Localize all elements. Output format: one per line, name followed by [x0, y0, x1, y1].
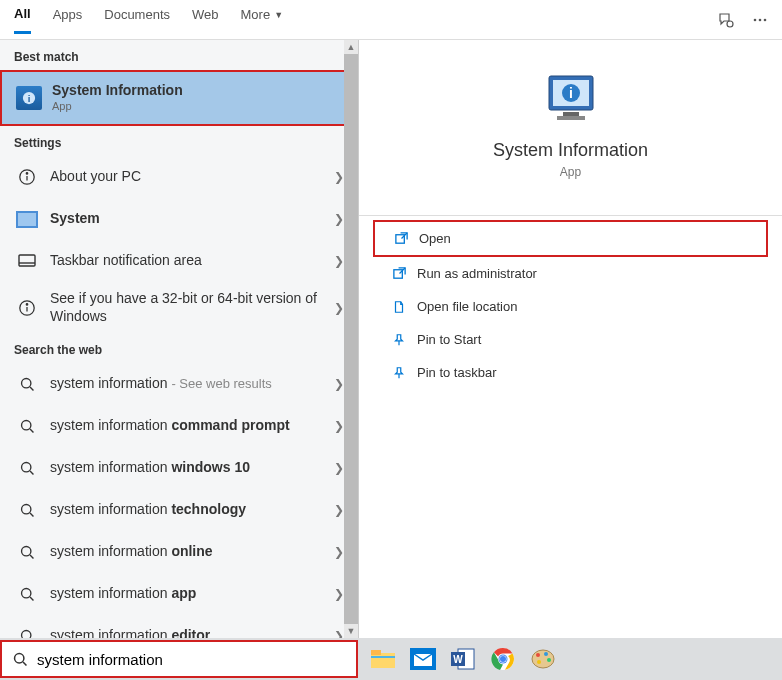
action-pin-start[interactable]: Pin to Start [373, 323, 768, 356]
svg-point-18 [21, 462, 30, 471]
search-icon [12, 651, 29, 668]
best-match-result[interactable]: i System Information App [0, 70, 358, 126]
result-label: system information [50, 417, 171, 433]
svg-point-0 [727, 21, 733, 27]
tab-all[interactable]: All [14, 6, 31, 34]
svg-text:i: i [569, 85, 573, 101]
search-icon [14, 371, 40, 397]
svg-rect-9 [19, 255, 35, 266]
svg-point-20 [21, 504, 30, 513]
result-label: See if you have a 32-bit or 64-bit versi… [50, 290, 334, 325]
search-input[interactable] [37, 651, 346, 668]
section-search-web: Search the web [0, 333, 358, 363]
svg-point-52 [536, 653, 540, 657]
result-label: system information [50, 501, 171, 517]
taskbar: W [0, 638, 782, 680]
result-label: Taskbar notification area [50, 252, 334, 270]
taskbar-file-explorer[interactable] [366, 642, 400, 676]
svg-text:W: W [453, 654, 463, 665]
tab-documents[interactable]: Documents [104, 7, 170, 32]
taskbar-word[interactable]: W [446, 642, 480, 676]
chevron-right-icon: ❯ [334, 461, 344, 475]
settings-32-64-bit[interactable]: See if you have a 32-bit or 64-bit versi… [0, 282, 358, 333]
tab-more[interactable]: More ▼ [241, 7, 284, 32]
result-suffix: command prompt [171, 417, 289, 433]
svg-point-3 [764, 18, 767, 21]
web-result-4[interactable]: system information online ❯ [0, 531, 358, 573]
action-open[interactable]: Open [373, 220, 768, 257]
action-label: Pin to Start [417, 332, 481, 347]
results-panel: Best match i System Information App Sett… [0, 40, 358, 638]
settings-system[interactable]: System ❯ [0, 198, 358, 240]
monitor-icon [14, 206, 40, 232]
taskbar-paint[interactable] [526, 642, 560, 676]
search-tabs-bar: All Apps Documents Web More ▼ [0, 0, 782, 40]
folder-icon [387, 300, 411, 314]
result-label: System [50, 210, 334, 228]
action-open-location[interactable]: Open file location [373, 290, 768, 323]
chevron-right-icon: ❯ [334, 212, 344, 226]
chevron-right-icon: ❯ [334, 629, 344, 638]
result-label: system information [50, 459, 171, 475]
svg-text:i: i [28, 93, 31, 104]
result-label: system information [50, 627, 171, 638]
svg-point-38 [15, 653, 24, 662]
svg-point-53 [544, 652, 548, 656]
divider [359, 215, 782, 216]
result-tail: See web results [179, 376, 272, 391]
web-result-2[interactable]: system information windows 10 ❯ [0, 447, 358, 489]
search-icon [14, 413, 40, 439]
chevron-right-icon: ❯ [334, 170, 344, 184]
result-label: system information [50, 585, 171, 601]
svg-point-2 [759, 18, 762, 21]
search-icon [14, 539, 40, 565]
scrollbar[interactable]: ▲ ▼ [344, 40, 358, 638]
web-result-3[interactable]: system information technology ❯ [0, 489, 358, 531]
taskbar-search[interactable] [0, 640, 358, 678]
svg-point-54 [547, 658, 551, 662]
svg-rect-41 [371, 650, 381, 655]
best-match-subtitle: App [52, 100, 342, 114]
tab-more-label: More [241, 7, 271, 22]
info-icon [14, 164, 40, 190]
action-run-admin[interactable]: Run as administrator [373, 257, 768, 290]
action-pin-taskbar[interactable]: Pin to taskbar [373, 356, 768, 389]
taskbar-mail[interactable] [406, 642, 440, 676]
svg-rect-34 [395, 235, 403, 243]
settings-about-pc[interactable]: About your PC ❯ [0, 156, 358, 198]
settings-taskbar-notification[interactable]: Taskbar notification area ❯ [0, 240, 358, 282]
search-icon [14, 623, 40, 638]
open-icon [389, 231, 413, 246]
result-label: system information [50, 375, 167, 391]
preview-panel: i System Information App Open Run as adm… [358, 40, 782, 638]
shield-icon [387, 266, 411, 281]
web-result-0[interactable]: system information - See web results ❯ [0, 363, 358, 405]
chevron-right-icon: ❯ [334, 503, 344, 517]
search-icon [14, 581, 40, 607]
system-information-icon: i [16, 86, 42, 110]
svg-rect-42 [371, 656, 395, 658]
tab-web[interactable]: Web [192, 7, 219, 32]
web-result-5[interactable]: system information app ❯ [0, 573, 358, 615]
web-result-6[interactable]: system information editor ❯ [0, 615, 358, 638]
web-result-1[interactable]: system information command prompt ❯ [0, 405, 358, 447]
result-suffix: windows 10 [171, 459, 250, 475]
taskbar-chrome[interactable] [486, 642, 520, 676]
svg-point-8 [26, 173, 27, 174]
more-options-icon[interactable] [752, 12, 768, 28]
chevron-right-icon: ❯ [334, 301, 344, 315]
svg-point-26 [21, 630, 30, 638]
chevron-down-icon: ▼ [274, 10, 283, 20]
svg-line-15 [30, 387, 33, 390]
result-label: About your PC [50, 168, 334, 186]
search-icon [14, 455, 40, 481]
feedback-icon[interactable] [718, 12, 734, 28]
tab-apps[interactable]: Apps [53, 7, 83, 32]
svg-rect-32 [563, 112, 579, 116]
preview-title: System Information [373, 140, 768, 161]
svg-point-14 [21, 378, 30, 387]
section-best-match: Best match [0, 40, 358, 70]
action-label: Run as administrator [417, 266, 537, 281]
action-label: Open [419, 231, 451, 246]
chevron-right-icon: ❯ [334, 419, 344, 433]
